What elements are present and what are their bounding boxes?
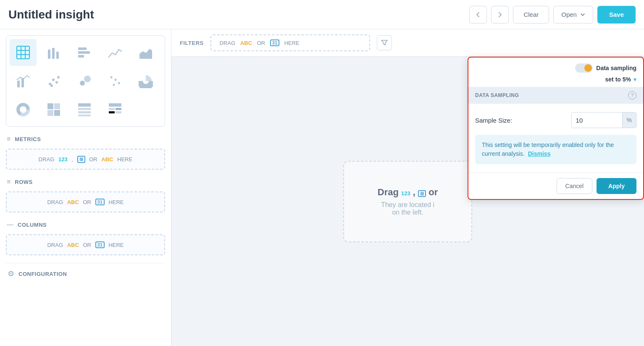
svg-rect-7: [56, 52, 59, 59]
popover-section-header: DATA SAMPLING ?: [468, 87, 643, 104]
chart-pie[interactable]: [132, 68, 159, 94]
apply-button[interactable]: Apply: [597, 178, 636, 194]
sample-size-input-wrap: %: [571, 112, 636, 128]
main-layout: ≡ METRICS DRAG 123 , ⊞ OR ABC HERE ≡ ROW…: [0, 29, 644, 346]
svg-rect-36: [109, 103, 121, 107]
popover-topbar: Data sampling: [468, 58, 643, 76]
svg-rect-12: [17, 81, 20, 87]
columns-section: — COLUMNS DRAG ABC OR 31 HERE: [6, 218, 165, 255]
info-box: This setting will be temporarily enabled…: [475, 135, 636, 164]
svg-point-17: [57, 76, 60, 79]
svg-rect-33: [78, 108, 91, 110]
forward-button[interactable]: [491, 6, 509, 24]
svg-point-22: [115, 79, 117, 81]
sample-size-row: Sample Size: %: [475, 112, 636, 128]
chart-scatter2[interactable]: [102, 68, 129, 94]
rows-section: ≡ ROWS DRAG ABC OR 31 HERE: [6, 176, 165, 212]
app-header: Untitled insight Clear Open Save: [0, 0, 644, 29]
svg-rect-8: [78, 47, 87, 50]
svg-point-15: [52, 79, 55, 81]
svg-point-21: [110, 76, 113, 79]
chevron-down-icon[interactable]: ▾: [633, 76, 636, 83]
columns-drop-zone[interactable]: DRAG ABC OR 31 HERE: [6, 234, 165, 255]
sample-size-input[interactable]: [572, 113, 622, 128]
svg-point-19: [80, 81, 85, 86]
metrics-icon: ≡: [7, 135, 11, 143]
chart-combo[interactable]: [10, 68, 37, 94]
data-sampling-popover: Data sampling set to 5% ▾ DATA SAMPLING …: [468, 57, 644, 200]
filters-drop-zone[interactable]: DRAG ABC OR 31 HERE: [210, 34, 370, 51]
svg-point-24: [113, 84, 115, 86]
svg-point-23: [118, 82, 120, 84]
chart-bar[interactable]: [40, 39, 67, 66]
svg-rect-28: [47, 103, 53, 109]
configuration-title: CONFIGURATION: [18, 271, 67, 277]
filters-label: FILTERS: [180, 40, 204, 46]
filter-funnel-button[interactable]: [377, 35, 392, 50]
svg-rect-0: [17, 46, 29, 59]
svg-marker-11: [139, 49, 152, 59]
configuration-section[interactable]: ⚙ CONFIGURATION: [6, 263, 165, 284]
svg-rect-32: [78, 103, 91, 107]
canvas-placeholder: Drag 123 , ⊞ or They are located ion the…: [343, 161, 472, 242]
popover-body: Sample Size: % This setting will be temp…: [468, 104, 643, 173]
sampling-toggle-track[interactable]: [575, 63, 593, 73]
chart-bubble[interactable]: [71, 68, 98, 94]
metrics-section: ≡ METRICS DRAG 123 , ⊞ OR ABC HERE: [6, 133, 165, 170]
rows-header: ≡ ROWS: [6, 176, 165, 188]
svg-rect-9: [78, 51, 90, 54]
set-to-text: set to 5%: [605, 76, 631, 83]
gear-icon: ⚙: [8, 269, 14, 278]
svg-rect-31: [54, 110, 60, 116]
filters-bar: FILTERS DRAG ABC OR 31 HERE: [171, 29, 644, 57]
chart-pivot[interactable]: [40, 96, 67, 123]
cancel-button[interactable]: Cancel: [557, 178, 593, 194]
svg-rect-40: [116, 111, 121, 113]
metrics-drop-zone[interactable]: DRAG 123 , ⊞ OR ABC HERE: [6, 149, 165, 170]
svg-rect-10: [78, 55, 84, 58]
header-actions: Clear Open Save: [469, 6, 636, 24]
svg-point-18: [50, 84, 53, 87]
clear-button[interactable]: Clear: [513, 6, 549, 24]
svg-rect-29: [54, 103, 60, 109]
chart-flat-table[interactable]: [71, 96, 98, 123]
chart-scatter[interactable]: [40, 68, 67, 94]
svg-rect-35: [78, 115, 91, 116]
svg-rect-39: [109, 111, 115, 113]
columns-icon: —: [7, 221, 13, 228]
chart-heatmap[interactable]: [102, 96, 129, 123]
data-sampling-section-title: DATA SAMPLING: [475, 92, 519, 98]
back-button[interactable]: [469, 6, 487, 24]
data-sampling-toggle: Data sampling: [575, 63, 636, 73]
save-button[interactable]: Save: [597, 6, 636, 24]
rows-icon: ≡: [7, 178, 11, 186]
canvas-content: Drag 123 , ⊞ or They are located ion the…: [171, 57, 644, 346]
chart-line[interactable]: [102, 39, 129, 66]
columns-header: — COLUMNS: [6, 218, 165, 231]
rows-drop-zone[interactable]: DRAG ABC OR 31 HERE: [6, 191, 165, 212]
canvas-drag-text: Drag 123 , ⊞ or: [378, 187, 438, 198]
sampling-toggle-dot: [584, 64, 592, 72]
chart-donut[interactable]: [10, 96, 37, 123]
columns-title: COLUMNS: [18, 222, 47, 228]
popover-footer: Cancel Apply: [468, 173, 643, 199]
metrics-title: METRICS: [15, 136, 41, 142]
canvas-area: FILTERS DRAG ABC OR 31 HERE Drag 123 , ⊞: [171, 29, 644, 346]
svg-rect-34: [78, 111, 91, 113]
chart-table[interactable]: [10, 39, 37, 66]
dismiss-link[interactable]: Dismiss: [528, 150, 551, 157]
set-to-row: set to 5% ▾: [468, 76, 643, 87]
help-icon[interactable]: ?: [628, 91, 636, 100]
chart-area[interactable]: [132, 39, 159, 66]
svg-rect-38: [116, 108, 121, 110]
svg-rect-13: [21, 78, 24, 87]
chart-horizontal-bar[interactable]: [71, 39, 98, 66]
svg-point-20: [84, 76, 91, 82]
open-button[interactable]: Open: [553, 6, 593, 24]
svg-point-16: [55, 81, 58, 84]
sampling-toggle-label: Data sampling: [596, 65, 636, 71]
svg-rect-37: [109, 108, 115, 110]
left-panel: ≡ METRICS DRAG 123 , ⊞ OR ABC HERE ≡ ROW…: [0, 29, 171, 346]
canvas-sub-text: They are located ion the left.: [378, 201, 438, 216]
svg-rect-5: [48, 50, 50, 59]
